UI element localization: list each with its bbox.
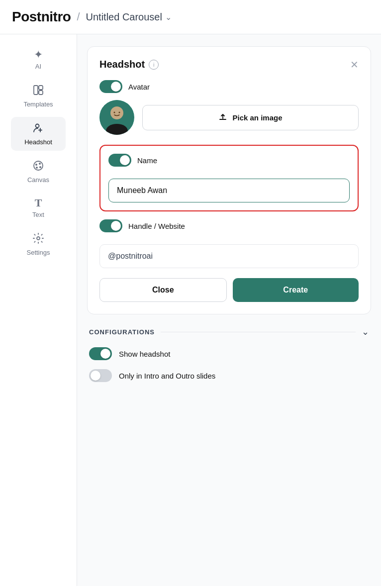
only-intro-toggle[interactable]: [89, 369, 112, 382]
document-name: Untitled Carousel: [86, 11, 162, 23]
pick-image-label: Pick an image: [232, 113, 282, 122]
handle-toggle[interactable]: [99, 219, 122, 232]
main-content: Headshot i ✕ Avatar: [77, 34, 381, 586]
sidebar-item-label: Text: [32, 211, 44, 218]
configurations-header: CONFIGURATIONS ⌄: [89, 326, 369, 337]
handle-section: Handle / Website: [99, 219, 359, 268]
upload-icon: [218, 112, 227, 123]
canvas-icon: [32, 160, 44, 174]
app-logo: Postnitro: [12, 9, 71, 25]
name-label: Name: [137, 156, 157, 165]
sidebar: ✦ AI Templates Headsh: [0, 34, 77, 586]
sidebar-item-headshot[interactable]: Headshot: [11, 117, 66, 151]
info-icon[interactable]: i: [149, 60, 159, 70]
chevron-down-icon: ⌄: [165, 12, 172, 22]
sidebar-item-label: Settings: [27, 249, 50, 256]
close-button[interactable]: Close: [99, 278, 227, 302]
chevron-down-icon[interactable]: ⌄: [362, 326, 369, 337]
avatar: [99, 100, 134, 135]
name-toggle-row: Name: [108, 154, 350, 167]
configurations-divider: [161, 332, 356, 332]
sidebar-item-label: Templates: [23, 100, 53, 108]
svg-point-10: [36, 167, 38, 169]
avatar-toggle[interactable]: [99, 80, 122, 93]
sidebar-item-label: AI: [35, 63, 41, 70]
headshot-panel: Headshot i ✕ Avatar: [87, 46, 371, 314]
sidebar-item-templates[interactable]: Templates: [11, 79, 66, 113]
only-intro-row: Only in Intro and Outro slides: [89, 369, 369, 382]
sidebar-item-settings[interactable]: Settings: [11, 227, 66, 261]
svg-rect-1: [39, 86, 43, 90]
avatar-row: Pick an image: [99, 100, 359, 135]
sidebar-item-text[interactable]: T Text: [11, 193, 66, 223]
sidebar-item-canvas[interactable]: Canvas: [11, 155, 66, 189]
svg-point-9: [39, 166, 41, 168]
show-headshot-row: Show headshot: [89, 347, 369, 360]
header-slash: /: [77, 10, 80, 23]
sidebar-item-label: Canvas: [27, 176, 49, 184]
create-button[interactable]: Create: [233, 278, 359, 302]
svg-point-8: [39, 163, 41, 165]
document-title[interactable]: Untitled Carousel ⌄: [86, 11, 172, 23]
settings-icon: [32, 232, 44, 246]
close-panel-button[interactable]: ✕: [350, 60, 359, 70]
templates-icon: [32, 84, 44, 98]
sidebar-item-ai[interactable]: ✦ AI: [11, 44, 66, 75]
svg-point-11: [37, 237, 40, 240]
configurations-title: CONFIGURATIONS: [89, 328, 155, 336]
svg-point-6: [34, 161, 43, 170]
text-icon: T: [35, 197, 42, 208]
show-headshot-label: Show headshot: [119, 350, 170, 358]
svg-point-13: [110, 106, 123, 119]
app-layout: ✦ AI Templates Headsh: [0, 34, 381, 586]
only-intro-label: Only in Intro and Outro slides: [119, 372, 215, 380]
svg-point-15: [114, 112, 115, 113]
sidebar-item-label: Headshot: [24, 138, 52, 146]
configurations-section: CONFIGURATIONS ⌄ Show headshot: [87, 326, 371, 382]
svg-rect-0: [34, 86, 38, 95]
panel-header: Headshot i ✕: [99, 59, 359, 70]
avatar-toggle-row: Avatar: [99, 80, 359, 93]
ai-icon: ✦: [34, 49, 43, 60]
svg-point-7: [35, 164, 37, 166]
svg-rect-2: [39, 91, 43, 95]
button-row: Close Create: [99, 278, 359, 302]
name-section: Name: [99, 145, 359, 211]
pick-image-button[interactable]: Pick an image: [142, 105, 359, 130]
headshot-icon: [32, 122, 44, 136]
svg-point-3: [36, 124, 39, 128]
svg-point-16: [119, 112, 120, 113]
handle-label: Handle / Website: [128, 222, 185, 230]
handle-input[interactable]: [99, 244, 359, 268]
panel-title-group: Headshot i: [99, 59, 159, 70]
show-headshot-toggle[interactable]: [89, 347, 112, 360]
name-input[interactable]: [108, 179, 350, 202]
avatar-label: Avatar: [128, 83, 150, 91]
app-header: Postnitro / Untitled Carousel ⌄: [0, 0, 381, 34]
panel-title: Headshot: [99, 59, 145, 70]
name-toggle[interactable]: [108, 154, 131, 167]
handle-toggle-row: Handle / Website: [99, 219, 359, 232]
